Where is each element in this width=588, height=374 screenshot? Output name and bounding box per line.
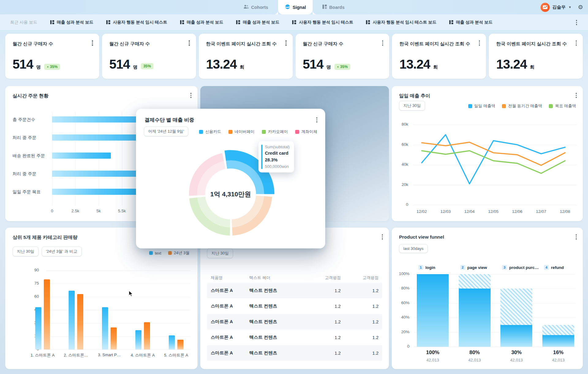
table-cell: 텍스트 컨텐츠 [249, 334, 303, 340]
axis-tick-label: 12/08 [555, 209, 575, 214]
kpi-kebab-menu[interactable] [575, 39, 578, 47]
legend-label: 계좌이체 [301, 129, 317, 134]
axis-tick-label: 12/07 [531, 209, 551, 214]
board-tab-1[interactable]: 사용자 행동 분석 임시 테스트 [106, 20, 167, 25]
axis-tick-label: 12/04 [460, 209, 479, 214]
avatar [541, 3, 550, 12]
kpi-card-4: 한국 이벤트 페이지 실시간 조회 수13.24회 [392, 34, 486, 79]
kpi-value: 514 [303, 57, 323, 72]
kpi-value-row: 13.24회 [399, 57, 438, 72]
funnel-bar [500, 325, 532, 347]
board-tab-0[interactable]: 매출 성과 분석 보드 [50, 20, 93, 25]
legend-item[interactable]: 카카오페이 [262, 129, 288, 134]
legend-swatch [149, 251, 153, 255]
arrow-up-icon: ▲ [337, 65, 339, 68]
legend-item[interactable]: 신용카드 [199, 129, 221, 134]
card-title: 일일 매출 추이 [399, 93, 430, 99]
kpi-card-3: 월간 신규 구매자 수514명▲35% [296, 34, 390, 79]
legend-item[interactable]: 24년 3월 [168, 250, 190, 256]
date-range-chip[interactable]: last 30days [399, 244, 428, 253]
table-row: 스마트폰 A텍스트 컨텐츠1.21.2 [207, 314, 382, 330]
gear-icon[interactable]: ⚙ [578, 4, 583, 10]
date-range-chip[interactable]: 지난 30일 [207, 248, 233, 258]
kpi-kebab-menu[interactable] [381, 39, 385, 47]
tooltip-series: Credit card [265, 150, 290, 157]
filter-chip[interactable]: 지난 30일 [13, 247, 39, 256]
bar-group [102, 307, 117, 349]
axis-tick-label: 12/02 [412, 209, 432, 214]
axis-tick-label: 2.5k [69, 209, 82, 213]
kpi-kebab-menu[interactable] [284, 39, 288, 47]
tab-boards[interactable]: Boards [318, 0, 349, 14]
daily-revenue-card: 일일 매출 추이 지난 30일 일일 매출액전월 동기간 매출액목표 매출액 8… [392, 86, 583, 221]
kpi-kebab-menu[interactable] [91, 39, 94, 47]
gridline [46, 323, 190, 323]
table-cell: 스마트폰 A [207, 303, 249, 309]
arrow-up-icon: ▲ [47, 65, 49, 68]
modal-kebab-menu[interactable] [315, 116, 319, 124]
funnel-bar-previous [500, 289, 532, 325]
board-tab-4[interactable]: 사용자 행동 분석 임시 테스트 [292, 20, 353, 25]
legend-item[interactable]: 계좌이체 [295, 129, 317, 134]
board-icon [292, 20, 296, 24]
board-tab-2[interactable]: 매출 성과 분석 보드 [180, 20, 223, 25]
kpi-value-row: 13.24회 [496, 57, 534, 72]
board-bar-kebab-menu[interactable] [575, 19, 579, 26]
date-range-chip[interactable]: 지난 30일 [399, 101, 425, 111]
date-chip[interactable]: 어제 '24년 12월 9일' [144, 127, 188, 136]
user-name: 김슬우 [552, 4, 566, 10]
kpi-change-badge: 35% [141, 63, 153, 69]
funnel-card: Product view funnel last 30days 100%80%6… [392, 228, 583, 369]
order-card-kebab-menu[interactable] [189, 92, 193, 99]
board-tab-5[interactable]: 사용자 행동 분석 임시 테스트 보드 [366, 20, 436, 25]
funnel-step-number: 2 [460, 265, 465, 270]
table-cell: 스마트폰 A [207, 319, 249, 325]
kpi-kebab-menu[interactable] [187, 39, 191, 47]
table-cell: 텍스트 컨텐츠 [249, 288, 303, 293]
table-cell: 1.2 [341, 304, 382, 309]
kpi-title: 월간 신규 구매자 수 [109, 41, 150, 47]
legend-item[interactable]: 네이버페이 [228, 129, 254, 134]
kpi-card-2: 한국 이벤트 페이지 실시간 조회 수13.24회 [199, 34, 293, 79]
legend-label: text [155, 251, 161, 255]
board-tab-3[interactable]: 매출 성과 분석 보드 [236, 20, 279, 25]
legend-label: 네이버페이 [235, 129, 254, 134]
line-series [422, 135, 565, 184]
legend-item[interactable]: 목표 매출액 [549, 103, 576, 109]
funnel-card-kebab-menu[interactable] [575, 233, 578, 241]
board-icon [106, 20, 110, 24]
legend-label: 일일 매출액 [474, 103, 496, 109]
user-menu[interactable]: 김슬우 ▼ ⚙ [541, 0, 583, 14]
revenue-card-kebab-menu[interactable] [575, 92, 578, 99]
legend-item[interactable]: 일일 매출액 [468, 103, 496, 109]
kpi-change-badge: ▲35% [334, 64, 350, 70]
filter-chip[interactable]: '24년 3월' 과 비교 [42, 247, 82, 256]
funnel-count-label: 42,013 [459, 358, 491, 362]
card-title: 상위 5개 제품 카테고리 판매량 [13, 234, 77, 241]
table-card-kebab-menu[interactable] [381, 233, 384, 241]
legend-item[interactable]: 전월 동기간 매출액 [502, 103, 542, 109]
kpi-kebab-menu[interactable] [478, 39, 481, 47]
category-chips: 지난 30일'24년 3월' 과 비교 [13, 247, 82, 256]
recent-boards-label: 최근 사용 보드 [10, 20, 37, 25]
legend-swatch [228, 130, 232, 134]
board-tab-6[interactable]: 매출 성과 분석 보드 [449, 20, 492, 25]
legend-swatch [502, 104, 506, 108]
board-icon [366, 20, 370, 24]
legend-label: 24년 3월 [174, 250, 190, 256]
kpi-unit: 명 [133, 64, 138, 70]
order-category-label: 총 주문건수 [13, 116, 45, 123]
board-tab-label: 매출 성과 분석 보드 [57, 20, 93, 25]
bar-current [135, 330, 141, 349]
table-cell: 1.2 [341, 319, 382, 324]
axis-tick-label: 100% [395, 271, 409, 276]
tab-cohorts[interactable]: Cohorts [239, 0, 273, 14]
board-bar: 최근 사용 보드 매출 성과 분석 보드사용자 행동 분석 임시 테스트매출 성… [0, 14, 588, 30]
table-header-row: 제품명텍스트 헤더고객평점고객평점 [207, 273, 382, 283]
tab-signal[interactable]: Signal [278, 0, 313, 14]
nav-tabs: Cohorts Signal Boards [239, 0, 349, 14]
table-cell: 1.2 [341, 335, 382, 340]
kpi-title: 월간 신규 구매자 수 [303, 41, 344, 47]
legend-item[interactable]: text [149, 250, 161, 256]
cohorts-icon [243, 5, 249, 10]
